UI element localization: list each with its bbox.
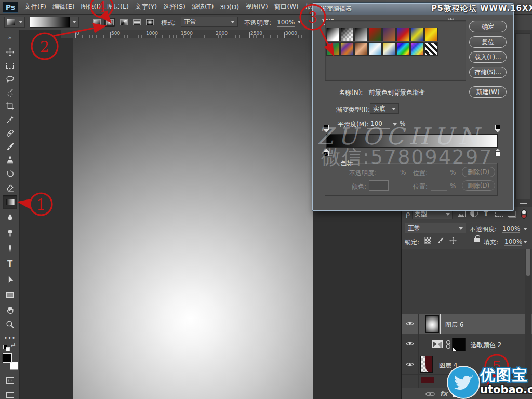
lock-artboard-icon[interactable] bbox=[462, 237, 469, 243]
document-canvas[interactable] bbox=[73, 38, 313, 399]
rectangle-tool[interactable] bbox=[4, 289, 16, 301]
lasso-tool[interactable] bbox=[4, 73, 16, 85]
eyedropper-tool[interactable] bbox=[4, 113, 16, 126]
diamond-gradient-button[interactable] bbox=[144, 18, 155, 27]
reflected-gradient-button[interactable] bbox=[131, 18, 142, 27]
layer-style-icon[interactable]: fx bbox=[440, 390, 447, 397]
brush-tool[interactable] bbox=[4, 140, 16, 153]
visibility-cell[interactable] bbox=[402, 314, 419, 334]
name-value[interactable]: 前景色到背景色渐变 bbox=[369, 88, 425, 97]
opacity-value[interactable]: 100% bbox=[277, 19, 295, 27]
menu-item[interactable]: 窗口(W) bbox=[271, 0, 302, 15]
visibility-cell[interactable] bbox=[402, 334, 419, 354]
angle-gradient-button[interactable] bbox=[118, 18, 129, 27]
link-layers-icon[interactable] bbox=[425, 392, 435, 396]
foreground-background-colors[interactable] bbox=[3, 353, 18, 370]
background-color-swatch[interactable] bbox=[10, 362, 18, 370]
chevron-down-icon[interactable] bbox=[523, 241, 527, 243]
menu-item[interactable]: 图像(I) bbox=[78, 0, 104, 15]
gradient-tool[interactable] bbox=[3, 195, 17, 209]
linear-gradient-button[interactable] bbox=[91, 18, 102, 27]
gradient-preview[interactable] bbox=[30, 17, 70, 28]
history-brush-tool[interactable] bbox=[4, 167, 16, 180]
stop-opacity-input[interactable] bbox=[381, 177, 397, 177]
path-selection-tool[interactable] bbox=[4, 273, 16, 286]
type-tool[interactable]: T bbox=[4, 258, 16, 270]
gradient-picker[interactable] bbox=[30, 17, 79, 28]
gradient-preset[interactable] bbox=[368, 28, 382, 41]
gradient-preset[interactable] bbox=[340, 28, 354, 41]
chevron-down-icon[interactable] bbox=[297, 21, 301, 23]
lock-position-icon[interactable] bbox=[449, 236, 457, 246]
menu-item[interactable]: 视图(V) bbox=[242, 0, 271, 15]
layer-name[interactable]: 选取颜色 2 bbox=[471, 341, 501, 350]
gradient-preset[interactable] bbox=[326, 28, 340, 41]
new-button[interactable]: 新建(W) bbox=[469, 86, 507, 98]
quick-mask-button[interactable] bbox=[4, 374, 16, 387]
gradient-preset[interactable] bbox=[424, 28, 438, 41]
radial-gradient-button[interactable] bbox=[104, 18, 115, 27]
gradient-picker-arrow[interactable] bbox=[70, 17, 79, 28]
gradient-preset[interactable] bbox=[396, 42, 410, 56]
layer-name[interactable]: 图层 6 bbox=[445, 321, 463, 329]
filter-pick-icon[interactable]: ρ bbox=[406, 210, 410, 218]
reset-button[interactable]: 复位 bbox=[469, 36, 507, 48]
default-swap-colors[interactable]: ⇄ bbox=[3, 343, 17, 350]
rectangular-marquee-tool[interactable] bbox=[4, 59, 16, 72]
delete-color-stop-button[interactable]: 删除(D) bbox=[462, 180, 495, 191]
move-tool[interactable] bbox=[4, 46, 16, 58]
menu-item[interactable]: 滤镜(T) bbox=[189, 0, 217, 15]
visibility-cell[interactable] bbox=[402, 375, 419, 388]
gradient-preset[interactable] bbox=[354, 42, 368, 56]
healing-brush-tool[interactable] bbox=[4, 127, 16, 139]
gradient-preset[interactable] bbox=[382, 28, 396, 41]
lock-image-pixels-icon[interactable] bbox=[437, 236, 444, 246]
menu-item[interactable]: 文字(Y) bbox=[132, 0, 160, 15]
layer-thumbnail[interactable] bbox=[420, 356, 433, 373]
menu-item[interactable]: 图层(L) bbox=[104, 0, 132, 15]
filter-pixel-layers-icon[interactable] bbox=[457, 210, 466, 217]
layer-mask-thumbnail[interactable] bbox=[452, 338, 466, 351]
gradient-type-select[interactable]: 实底 bbox=[370, 103, 399, 114]
crop-tool[interactable] bbox=[4, 100, 16, 112]
menu-item[interactable]: 3D(D) bbox=[217, 0, 242, 15]
clone-stamp-tool[interactable] bbox=[4, 154, 16, 166]
menu-item[interactable]: 编辑(E) bbox=[49, 0, 78, 15]
collapse-panel-icon[interactable]: » bbox=[4, 31, 16, 44]
gradient-preset[interactable] bbox=[354, 28, 368, 41]
foreground-color-swatch[interactable] bbox=[3, 353, 12, 363]
stop-location-input[interactable] bbox=[431, 177, 447, 177]
stop-location-input[interactable] bbox=[431, 190, 447, 191]
gradient-preset[interactable] bbox=[326, 42, 340, 56]
filter-toggle[interactable] bbox=[521, 209, 527, 219]
menu-item[interactable]: 文件(F) bbox=[21, 0, 49, 15]
hand-tool[interactable] bbox=[4, 303, 16, 316]
layer-row-layer6[interactable]: 图层 6 bbox=[402, 314, 532, 334]
layer-thumbnail[interactable] bbox=[425, 315, 439, 332]
gradient-preset[interactable] bbox=[410, 28, 424, 41]
gradient-preset[interactable] bbox=[396, 28, 410, 41]
fill-value[interactable]: 100% bbox=[504, 238, 522, 246]
pen-tool[interactable] bbox=[4, 242, 16, 255]
gradient-preset[interactable] bbox=[410, 42, 424, 56]
layer-row-selective-color[interactable]: 选取颜色 2 bbox=[402, 334, 532, 354]
quick-selection-tool[interactable] bbox=[4, 86, 16, 99]
stop-color-swatch[interactable] bbox=[369, 180, 389, 191]
layer-opacity-value[interactable]: 100% bbox=[502, 225, 520, 233]
ok-button[interactable]: 确定 bbox=[469, 21, 507, 32]
gradient-preset[interactable] bbox=[368, 42, 382, 56]
visibility-cell[interactable] bbox=[402, 354, 419, 374]
zoom-tool[interactable] bbox=[4, 318, 16, 330]
eraser-tool[interactable] bbox=[4, 181, 16, 193]
screen-mode-button[interactable] bbox=[4, 389, 16, 399]
layer-blend-mode-select[interactable]: 正常 bbox=[405, 223, 466, 233]
gradient-preset[interactable] bbox=[382, 42, 396, 56]
chevron-down-icon[interactable] bbox=[523, 228, 527, 230]
dodge-tool[interactable] bbox=[4, 227, 16, 239]
tool-preset-picker[interactable] bbox=[4, 17, 25, 28]
load-button[interactable]: 载入(L)... bbox=[469, 51, 507, 63]
save-button[interactable]: 存储(S)... bbox=[469, 66, 507, 78]
gradient-preset[interactable] bbox=[340, 42, 354, 56]
lock-all-icon[interactable] bbox=[474, 235, 480, 242]
lock-transparent-pixels-icon[interactable] bbox=[424, 237, 431, 244]
